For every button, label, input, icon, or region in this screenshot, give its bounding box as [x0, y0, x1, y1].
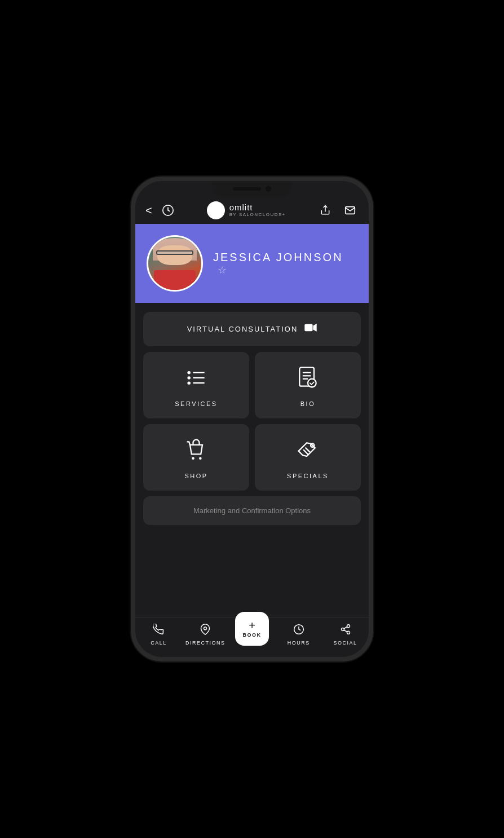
nav-left: < [145, 202, 176, 218]
profile-name: JESSICA JOHNSON [213, 251, 343, 263]
specials-button[interactable]: SPECIALS [255, 424, 361, 491]
tab-bar: CALL DIRECTIONS + BOOK [135, 617, 369, 657]
camera [266, 186, 271, 192]
shop-button[interactable]: SHOP [143, 424, 249, 491]
call-tab[interactable]: CALL [135, 624, 182, 646]
svg-line-20 [306, 448, 310, 452]
svg-point-6 [187, 376, 191, 380]
svg-point-5 [187, 371, 191, 374]
book-button[interactable]: + BOOK [235, 612, 269, 646]
call-icon [153, 624, 164, 638]
svg-point-23 [347, 624, 350, 627]
profile-banner: JESSICA JOHNSON ☆ [135, 224, 369, 303]
services-icon [184, 365, 209, 394]
shop-icon [184, 438, 209, 466]
svg-line-27 [344, 627, 347, 628]
hours-icon [293, 624, 304, 638]
brand-name: omlitt [229, 203, 286, 213]
back-button[interactable]: < [145, 204, 152, 217]
nav-right [317, 202, 359, 219]
chat-button[interactable] [342, 202, 359, 219]
services-label: SERVICES [175, 400, 217, 407]
bio-label: BIO [300, 400, 315, 407]
svg-point-17 [199, 457, 202, 460]
hours-label: HOURS [288, 640, 310, 646]
phone-frame: < omlitt BY SALONCLOUDS+ [131, 177, 373, 661]
bio-button[interactable]: BIO [255, 352, 361, 418]
nav-brand: omlitt BY SALONCLOUDS+ [229, 203, 286, 217]
video-icon [304, 323, 317, 335]
svg-point-7 [187, 381, 191, 385]
main-content: VIRTUAL CONSULTATION [135, 303, 369, 617]
book-plus-icon: + [249, 620, 255, 631]
profile-star[interactable]: ☆ [218, 264, 227, 276]
speaker [233, 187, 261, 191]
brand-sub: BY SALONCLOUDS+ [229, 213, 286, 218]
svg-marker-4 [313, 324, 317, 332]
hours-tab[interactable]: HOURS [275, 624, 322, 646]
marketing-button[interactable]: Marketing and Confirmation Options [143, 496, 361, 525]
svg-line-26 [344, 630, 347, 632]
shop-label: SHOP [184, 473, 207, 479]
profile-avatar [147, 235, 203, 292]
share-button[interactable] [317, 202, 334, 219]
specials-label: SPECIALS [287, 473, 329, 479]
directions-tab[interactable]: DIRECTIONS [182, 624, 229, 646]
services-button[interactable]: SERVICES [143, 352, 249, 418]
phone-screen: < omlitt BY SALONCLOUDS+ [135, 181, 369, 657]
phone-notch [213, 181, 291, 197]
history-icon[interactable] [160, 202, 176, 218]
svg-point-25 [347, 631, 350, 634]
book-label: BOOK [242, 632, 261, 638]
svg-point-24 [341, 628, 344, 630]
book-tab[interactable]: + BOOK [229, 623, 276, 646]
svg-point-21 [204, 627, 207, 629]
directions-label: DIRECTIONS [185, 640, 226, 646]
svg-point-16 [192, 457, 194, 460]
svg-line-19 [304, 450, 308, 454]
services-bio-grid: SERVICES BIO [143, 352, 361, 418]
social-label: SOCiAL [334, 640, 357, 646]
specials-icon [295, 438, 320, 466]
svg-rect-3 [305, 324, 313, 331]
directions-icon [200, 624, 211, 638]
bio-icon [295, 365, 320, 394]
svg-point-15 [308, 379, 316, 387]
virtual-consultation-button[interactable]: VIRTUAL CONSULTATION [143, 312, 361, 346]
social-tab[interactable]: SOCiAL [322, 624, 369, 646]
virtual-consultation-label: VIRTUAL CONSULTATION [187, 325, 298, 333]
call-label: CALL [151, 640, 167, 646]
social-icon [340, 624, 351, 638]
shop-specials-grid: SHOP SPECIALS [143, 424, 361, 491]
marketing-label: Marketing and Confirmation Options [193, 506, 311, 515]
logo-circle [207, 201, 225, 219]
profile-info: JESSICA JOHNSON ☆ [213, 251, 357, 276]
nav-center: omlitt BY SALONCLOUDS+ [207, 201, 286, 219]
